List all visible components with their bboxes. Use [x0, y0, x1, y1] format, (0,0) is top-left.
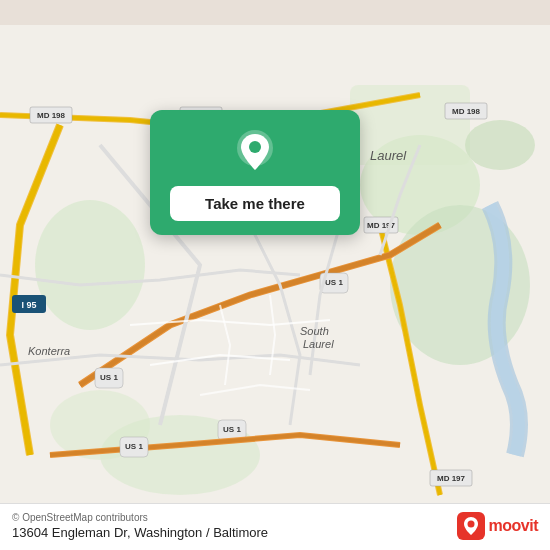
moovit-icon	[457, 512, 485, 540]
take-me-there-button[interactable]: Take me there	[170, 186, 340, 221]
address-text: 13604 Engleman Dr, Washington / Baltimor…	[12, 525, 268, 540]
svg-text:US 1: US 1	[325, 278, 343, 287]
moovit-text: moovit	[489, 517, 538, 535]
svg-point-5	[465, 120, 535, 170]
svg-text:MD 197: MD 197	[437, 474, 466, 483]
svg-text:MD 198: MD 198	[452, 107, 481, 116]
moovit-logo: moovit	[457, 512, 538, 540]
map-svg: I 95 MD 198 MD 198 MD 198 MD 197 MD 197 …	[0, 0, 550, 550]
map-container: I 95 MD 198 MD 198 MD 198 MD 197 MD 197 …	[0, 0, 550, 550]
popup-card: Take me there	[150, 110, 360, 235]
svg-point-33	[249, 141, 261, 153]
svg-text:South: South	[300, 325, 329, 337]
svg-text:US 1: US 1	[100, 373, 118, 382]
bottom-bar-left: © OpenStreetMap contributors 13604 Engle…	[12, 512, 268, 540]
svg-text:Laurel: Laurel	[370, 148, 407, 163]
svg-point-35	[467, 521, 474, 528]
map-attribution: © OpenStreetMap contributors	[12, 512, 268, 523]
svg-point-3	[35, 200, 145, 330]
svg-text:I 95: I 95	[21, 300, 36, 310]
svg-text:US 1: US 1	[223, 425, 241, 434]
svg-text:US 1: US 1	[125, 442, 143, 451]
bottom-bar: © OpenStreetMap contributors 13604 Engle…	[0, 503, 550, 550]
location-pin-icon	[231, 128, 279, 176]
svg-text:Konterra: Konterra	[28, 345, 70, 357]
svg-text:MD 198: MD 198	[37, 111, 66, 120]
svg-text:Laurel: Laurel	[303, 338, 334, 350]
